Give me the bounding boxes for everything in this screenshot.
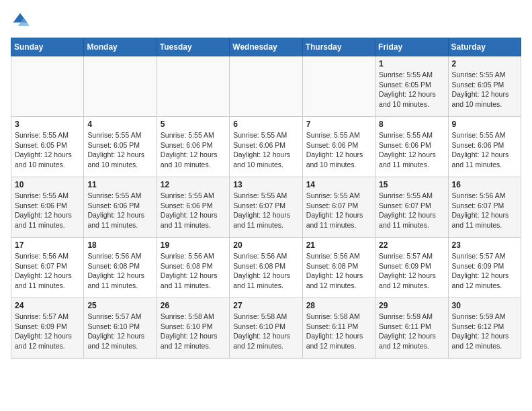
day-info: Sunrise: 5:55 AM Sunset: 6:05 PM Dayligh… <box>379 70 444 109</box>
calendar-cell: 12Sunrise: 5:55 AM Sunset: 6:06 PM Dayli… <box>157 177 229 238</box>
day-info: Sunrise: 5:55 AM Sunset: 6:06 PM Dayligh… <box>15 191 80 230</box>
day-info: Sunrise: 5:55 AM Sunset: 6:06 PM Dayligh… <box>233 130 298 170</box>
weekday-header-thursday: Thursday <box>302 38 375 56</box>
day-info: Sunrise: 5:55 AM Sunset: 6:06 PM Dayligh… <box>452 130 517 170</box>
calendar-cell: 19Sunrise: 5:56 AM Sunset: 6:08 PM Dayli… <box>157 238 229 298</box>
calendar-cell: 15Sunrise: 5:55 AM Sunset: 6:07 PM Dayli… <box>375 177 448 238</box>
weekday-header-saturday: Saturday <box>448 38 521 56</box>
calendar-week-5: 24Sunrise: 5:57 AM Sunset: 6:09 PM Dayli… <box>11 298 521 359</box>
calendar-cell: 25Sunrise: 5:57 AM Sunset: 6:10 PM Dayli… <box>84 298 157 359</box>
calendar-cell: 13Sunrise: 5:55 AM Sunset: 6:07 PM Dayli… <box>230 177 302 238</box>
calendar-cell: 27Sunrise: 5:58 AM Sunset: 6:10 PM Dayli… <box>230 298 302 359</box>
day-number: 12 <box>161 180 226 189</box>
calendar-cell: 1Sunrise: 5:55 AM Sunset: 6:05 PM Daylig… <box>375 56 448 117</box>
calendar-cell: 11Sunrise: 5:55 AM Sunset: 6:06 PM Dayli… <box>84 177 157 238</box>
day-number: 18 <box>87 240 152 250</box>
calendar-cell: 14Sunrise: 5:55 AM Sunset: 6:07 PM Dayli… <box>302 177 375 238</box>
logo <box>11 11 32 30</box>
day-number: 9 <box>452 120 517 129</box>
day-number: 28 <box>306 301 371 310</box>
calendar-cell: 4Sunrise: 5:55 AM Sunset: 6:05 PM Daylig… <box>84 117 157 177</box>
day-number: 11 <box>87 180 152 189</box>
day-number: 29 <box>379 301 444 310</box>
day-number: 25 <box>87 301 152 310</box>
day-number: 27 <box>233 301 298 310</box>
day-number: 6 <box>233 120 298 129</box>
calendar-cell: 16Sunrise: 5:56 AM Sunset: 6:07 PM Dayli… <box>448 177 521 238</box>
calendar-cell <box>230 56 302 117</box>
calendar-cell: 3Sunrise: 5:55 AM Sunset: 6:05 PM Daylig… <box>11 117 84 177</box>
day-info: Sunrise: 5:55 AM Sunset: 6:05 PM Dayligh… <box>15 130 80 170</box>
day-number: 1 <box>379 59 444 68</box>
weekday-header-row: SundayMondayTuesdayWednesdayThursdayFrid… <box>11 38 521 56</box>
day-info: Sunrise: 5:56 AM Sunset: 6:08 PM Dayligh… <box>306 251 371 291</box>
day-info: Sunrise: 5:58 AM Sunset: 6:10 PM Dayligh… <box>161 312 226 351</box>
day-info: Sunrise: 5:56 AM Sunset: 6:08 PM Dayligh… <box>161 251 226 291</box>
calendar-week-3: 10Sunrise: 5:55 AM Sunset: 6:06 PM Dayli… <box>11 177 521 238</box>
calendar-week-2: 3Sunrise: 5:55 AM Sunset: 6:05 PM Daylig… <box>11 117 521 177</box>
day-info: Sunrise: 5:58 AM Sunset: 6:11 PM Dayligh… <box>306 312 371 351</box>
calendar-cell <box>84 56 157 117</box>
day-number: 24 <box>15 301 80 310</box>
day-info: Sunrise: 5:55 AM Sunset: 6:07 PM Dayligh… <box>306 191 371 230</box>
day-number: 7 <box>306 120 371 129</box>
day-number: 8 <box>379 120 444 129</box>
calendar-cell: 30Sunrise: 5:59 AM Sunset: 6:12 PM Dayli… <box>448 298 521 359</box>
day-info: Sunrise: 5:57 AM Sunset: 6:09 PM Dayligh… <box>452 251 517 291</box>
day-number: 3 <box>15 120 80 129</box>
calendar-body: 1Sunrise: 5:55 AM Sunset: 6:05 PM Daylig… <box>11 56 521 359</box>
day-number: 15 <box>379 180 444 189</box>
day-number: 22 <box>379 240 444 250</box>
day-number: 20 <box>233 240 298 250</box>
day-number: 4 <box>87 120 152 129</box>
day-info: Sunrise: 5:55 AM Sunset: 6:06 PM Dayligh… <box>161 130 226 170</box>
calendar-cell: 26Sunrise: 5:58 AM Sunset: 6:10 PM Dayli… <box>157 298 229 359</box>
day-info: Sunrise: 5:55 AM Sunset: 6:06 PM Dayligh… <box>87 191 152 230</box>
day-info: Sunrise: 5:57 AM Sunset: 6:09 PM Dayligh… <box>15 312 80 351</box>
day-info: Sunrise: 5:56 AM Sunset: 6:08 PM Dayligh… <box>233 251 298 291</box>
calendar-cell: 5Sunrise: 5:55 AM Sunset: 6:06 PM Daylig… <box>157 117 229 177</box>
calendar-cell <box>157 56 229 117</box>
calendar-header: SundayMondayTuesdayWednesdayThursdayFrid… <box>11 38 521 56</box>
calendar-table: SundayMondayTuesdayWednesdayThursdayFrid… <box>11 38 521 359</box>
day-info: Sunrise: 5:55 AM Sunset: 6:05 PM Dayligh… <box>87 130 152 170</box>
calendar-cell: 24Sunrise: 5:57 AM Sunset: 6:09 PM Dayli… <box>11 298 84 359</box>
calendar-week-1: 1Sunrise: 5:55 AM Sunset: 6:05 PM Daylig… <box>11 56 521 117</box>
calendar-cell: 18Sunrise: 5:56 AM Sunset: 6:08 PM Dayli… <box>84 238 157 298</box>
day-number: 13 <box>233 180 298 189</box>
page-header <box>11 11 521 30</box>
day-info: Sunrise: 5:58 AM Sunset: 6:10 PM Dayligh… <box>233 312 298 351</box>
day-number: 19 <box>161 240 226 250</box>
calendar-cell <box>302 56 375 117</box>
day-info: Sunrise: 5:55 AM Sunset: 6:06 PM Dayligh… <box>161 191 226 230</box>
day-number: 14 <box>306 180 371 189</box>
day-info: Sunrise: 5:55 AM Sunset: 6:05 PM Dayligh… <box>452 70 517 109</box>
day-info: Sunrise: 5:59 AM Sunset: 6:11 PM Dayligh… <box>379 312 444 351</box>
day-number: 21 <box>306 240 371 250</box>
day-info: Sunrise: 5:57 AM Sunset: 6:09 PM Dayligh… <box>379 251 444 291</box>
day-number: 23 <box>452 240 517 250</box>
day-number: 2 <box>452 59 517 68</box>
calendar-cell: 23Sunrise: 5:57 AM Sunset: 6:09 PM Dayli… <box>448 238 521 298</box>
calendar-cell: 28Sunrise: 5:58 AM Sunset: 6:11 PM Dayli… <box>302 298 375 359</box>
calendar-week-4: 17Sunrise: 5:56 AM Sunset: 6:07 PM Dayli… <box>11 238 521 298</box>
calendar-cell: 7Sunrise: 5:55 AM Sunset: 6:06 PM Daylig… <box>302 117 375 177</box>
calendar-cell: 2Sunrise: 5:55 AM Sunset: 6:05 PM Daylig… <box>448 56 521 117</box>
day-number: 17 <box>15 240 80 250</box>
calendar-cell: 8Sunrise: 5:55 AM Sunset: 6:06 PM Daylig… <box>375 117 448 177</box>
calendar-cell: 10Sunrise: 5:55 AM Sunset: 6:06 PM Dayli… <box>11 177 84 238</box>
calendar-cell: 29Sunrise: 5:59 AM Sunset: 6:11 PM Dayli… <box>375 298 448 359</box>
day-info: Sunrise: 5:56 AM Sunset: 6:07 PM Dayligh… <box>15 251 80 291</box>
calendar-cell: 22Sunrise: 5:57 AM Sunset: 6:09 PM Dayli… <box>375 238 448 298</box>
day-info: Sunrise: 5:59 AM Sunset: 6:12 PM Dayligh… <box>452 312 517 351</box>
day-info: Sunrise: 5:55 AM Sunset: 6:07 PM Dayligh… <box>233 191 298 230</box>
calendar-cell: 21Sunrise: 5:56 AM Sunset: 6:08 PM Dayli… <box>302 238 375 298</box>
calendar-cell: 6Sunrise: 5:55 AM Sunset: 6:06 PM Daylig… <box>230 117 302 177</box>
day-number: 10 <box>15 180 80 189</box>
weekday-header-monday: Monday <box>84 38 157 56</box>
calendar-cell: 20Sunrise: 5:56 AM Sunset: 6:08 PM Dayli… <box>230 238 302 298</box>
day-info: Sunrise: 5:55 AM Sunset: 6:07 PM Dayligh… <box>379 191 444 230</box>
day-info: Sunrise: 5:57 AM Sunset: 6:10 PM Dayligh… <box>87 312 152 351</box>
calendar-cell: 17Sunrise: 5:56 AM Sunset: 6:07 PM Dayli… <box>11 238 84 298</box>
day-info: Sunrise: 5:55 AM Sunset: 6:06 PM Dayligh… <box>379 130 444 170</box>
